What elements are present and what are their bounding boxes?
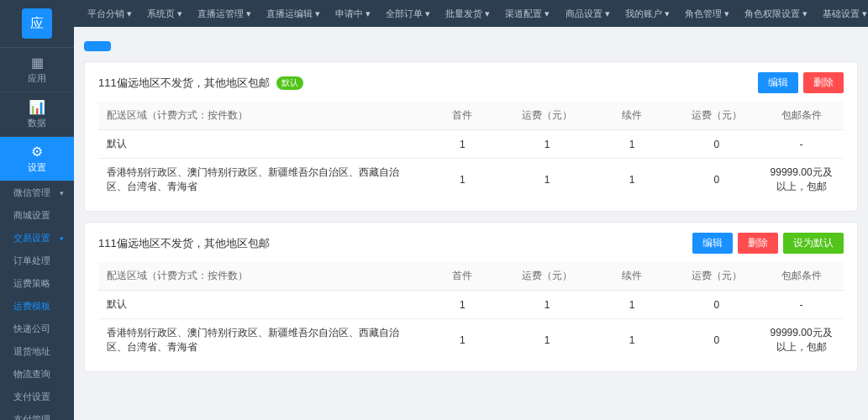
nav-item-申请中[interactable]: 申请中 ▾ (329, 4, 377, 24)
cell-0-1-3: 1 (590, 159, 675, 202)
sidebar-sub-label: 交易设置 (13, 232, 50, 244)
cell-1-1-4: 0 (674, 319, 759, 362)
cell-1-0-3: 1 (590, 291, 675, 319)
chevron-icon: ▾ (60, 234, 64, 243)
th-1-5: 包邮条件 (759, 262, 844, 291)
card-header-1: 111偏远地区不发货，其他地区包邮编辑删除设为默认 (98, 233, 844, 254)
sidebar-sub-运费模板[interactable]: 运费模板 (0, 295, 74, 318)
cell-0-1-0: 香港特别行政区、澳门特别行政区、新疆维吾尔自治区、西藏自治区、台湾省、青海省 (98, 159, 420, 202)
cell-1-0-1: 1 (420, 291, 505, 319)
nav-item-批量发货[interactable]: 批量发货 ▾ (439, 4, 497, 24)
sidebar-sub-快递公司[interactable]: 快递公司 (0, 318, 74, 340)
table-0: 配送区域（计费方式：按件数）首件运费（元）续件运费（元）包邮条件默认1110-香… (98, 102, 844, 201)
cell-0-1-4: 0 (674, 159, 759, 202)
cell-0-0-3: 1 (590, 130, 675, 159)
cell-0-0-4: 0 (674, 130, 759, 159)
sidebar-icon: ⚙ (31, 144, 43, 160)
cell-0-0-0: 默认 (98, 130, 420, 159)
删除-button-1[interactable]: 删除 (738, 233, 778, 254)
设为默认-button-1[interactable]: 设为默认 (783, 233, 844, 254)
th-0-1: 首件 (420, 102, 505, 130)
sidebar-sub-支付设置[interactable]: 支付设置 (0, 386, 74, 408)
删除-button-0[interactable]: 删除 (803, 72, 844, 93)
nav-item-我的账户[interactable]: 我的账户 ▾ (618, 4, 676, 24)
th-1-3: 续件 (590, 262, 675, 291)
cell-1-0-5: - (759, 291, 844, 319)
sidebar-icon: ▦ (31, 55, 44, 71)
card-header-0: 111偏远地区不发货，其他地区包邮默认编辑删除 (98, 72, 844, 93)
table-row-1-0: 默认1110- (98, 291, 844, 319)
main-container: 平台分销 ▾系统页 ▾直播运管理 ▾直播运编辑 ▾申请中 ▾全部订单 ▾批量发货… (74, 0, 868, 420)
table-1: 配送区域（计费方式：按件数）首件运费（元）续件运费（元）包邮条件默认1110-香… (98, 262, 844, 361)
sidebar-sub-label: 退货地址 (13, 345, 50, 358)
th-0-5: 包邮条件 (759, 102, 844, 130)
chevron-icon: ▾ (60, 189, 64, 197)
cell-0-0-1: 1 (420, 130, 505, 159)
card-title-text-1: 111偏远地区不发货，其他地区包邮 (98, 236, 270, 251)
sidebar-sub-商城设置[interactable]: 商城设置 (0, 204, 74, 227)
cell-0-0-2: 1 (505, 130, 590, 159)
card-actions-0: 编辑删除 (758, 72, 844, 93)
nav-item-角色管理[interactable]: 角色管理 ▾ (678, 4, 736, 24)
cell-0-0-5: - (759, 130, 844, 159)
top-nav: 平台分销 ▾系统页 ▾直播运管理 ▾直播运编辑 ▾申请中 ▾全部订单 ▾批量发货… (74, 0, 868, 27)
sidebar-sub-支付管理[interactable]: 支付管理 (0, 408, 74, 420)
sidebar-sub-label: 订单处理 (13, 255, 50, 267)
sidebar-section-应用[interactable]: ▦应用 (0, 48, 74, 92)
sidebar: 应 ▦应用📊数据⚙设置微信管理▾商城设置交易设置▾订单处理运费策略运费模板快递公… (0, 0, 74, 420)
card-actions-1: 编辑删除设为默认 (692, 233, 844, 254)
nav-item-系统页[interactable]: 系统页 ▾ (140, 4, 189, 24)
cell-0-1-1: 1 (420, 159, 505, 202)
add-button[interactable] (84, 41, 111, 51)
cell-0-1-5: 99999.00元及以上，包邮 (759, 159, 844, 202)
cell-1-0-4: 0 (674, 291, 759, 319)
sidebar-sub-物流查询[interactable]: 物流查询 (0, 363, 74, 386)
card-1: 111偏远地区不发货，其他地区包邮编辑删除设为默认配送区域（计费方式：按件数）首… (84, 222, 858, 372)
sidebar-sub-运费策略[interactable]: 运费策略 (0, 272, 74, 295)
编辑-button-1[interactable]: 编辑 (692, 233, 733, 254)
sidebar-sub-label: 物流查询 (13, 368, 50, 381)
cell-1-1-5: 99999.00元及以上，包邮 (759, 319, 844, 362)
sidebar-sub-订单处理[interactable]: 订单处理 (0, 249, 74, 272)
table-row-0-0: 默认1110- (98, 130, 844, 159)
sidebar-sub-退货地址[interactable]: 退货地址 (0, 340, 74, 363)
nav-item-基础设置[interactable]: 基础设置 ▾ (816, 4, 868, 24)
table-row-0-1: 香港特别行政区、澳门特别行政区、新疆维吾尔自治区、西藏自治区、台湾省、青海省11… (98, 159, 844, 202)
nav-item-渠道配置[interactable]: 渠道配置 ▾ (498, 4, 556, 24)
sidebar-sub-label: 快递公司 (13, 323, 50, 335)
sidebar-label: 数据 (28, 117, 46, 129)
nav-item-直播运管理[interactable]: 直播运管理 ▾ (191, 4, 258, 24)
sidebar-section-数据[interactable]: 📊数据 (0, 92, 74, 137)
card-title-0: 111偏远地区不发货，其他地区包邮默认 (98, 76, 303, 91)
th-1-2: 运费（元） (505, 262, 590, 291)
sidebar-sub-label: 商城设置 (13, 209, 50, 222)
sidebar-sub-微信管理[interactable]: 微信管理▾ (0, 181, 74, 204)
cell-1-0-0: 默认 (98, 291, 420, 319)
sidebar-sub-label: 运费策略 (13, 277, 50, 290)
cell-1-1-3: 1 (590, 319, 675, 362)
sidebar-icon: 📊 (29, 99, 45, 115)
cell-1-1-0: 香港特别行政区、澳门特别行政区、新疆维吾尔自治区、西藏自治区、台湾省、青海省 (98, 319, 420, 362)
nav-item-商品设置[interactable]: 商品设置 ▾ (559, 4, 617, 24)
cell-0-1-2: 1 (505, 159, 590, 202)
sidebar-section-设置[interactable]: ⚙设置 (0, 137, 74, 181)
cell-1-1-1: 1 (420, 319, 505, 362)
th-0-4: 运费（元） (674, 102, 759, 130)
nav-item-全部订单[interactable]: 全部订单 ▾ (379, 4, 437, 24)
card-0: 111偏远地区不发货，其他地区包邮默认编辑删除配送区域（计费方式：按件数）首件运… (84, 61, 858, 212)
sidebar-sub-交易设置[interactable]: 交易设置▾ (0, 227, 74, 249)
th-1-0: 配送区域（计费方式：按件数） (98, 262, 420, 291)
nav-item-平台分销[interactable]: 平台分销 ▾ (81, 4, 139, 24)
nav-item-角色权限设置[interactable]: 角色权限设置 ▾ (738, 4, 814, 24)
sidebar-sub-label: 支付设置 (13, 391, 50, 403)
th-1-1: 首件 (420, 262, 505, 291)
sidebar-sub-label: 运费模板 (13, 300, 50, 312)
th-0-3: 续件 (590, 102, 675, 130)
table-row-1-1: 香港特别行政区、澳门特别行政区、新疆维吾尔自治区、西藏自治区、台湾省、青海省11… (98, 319, 844, 362)
sidebar-sub-label: 支付管理 (13, 413, 50, 420)
card-title-text-0: 111偏远地区不发货，其他地区包邮 (98, 76, 270, 91)
app-icon: 应 (22, 8, 52, 39)
nav-item-直播运编辑[interactable]: 直播运编辑 ▾ (260, 4, 327, 24)
content-area: 111偏远地区不发货，其他地区包邮默认编辑删除配送区域（计费方式：按件数）首件运… (74, 27, 868, 420)
编辑-button-0[interactable]: 编辑 (758, 72, 798, 93)
